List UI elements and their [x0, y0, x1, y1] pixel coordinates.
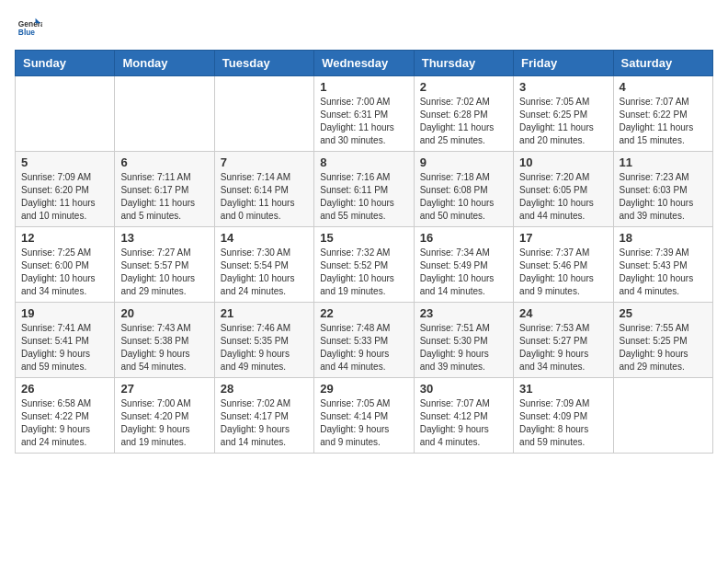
day-cell-11: 11Sunrise: 7:23 AM Sunset: 6:03 PM Dayli…	[613, 152, 712, 227]
weekday-header-sunday: Sunday	[16, 51, 115, 76]
day-cell-10: 10Sunrise: 7:20 AM Sunset: 6:05 PM Dayli…	[514, 152, 613, 227]
day-number: 15	[320, 231, 407, 245]
day-cell-18: 18Sunrise: 7:39 AM Sunset: 5:43 PM Dayli…	[613, 227, 712, 303]
day-cell-12: 12Sunrise: 7:25 AM Sunset: 6:00 PM Dayli…	[16, 227, 115, 303]
day-info: Sunrise: 7:20 AM Sunset: 6:05 PM Dayligh…	[519, 171, 607, 223]
day-cell-23: 23Sunrise: 7:51 AM Sunset: 5:30 PM Dayli…	[414, 303, 513, 378]
day-info: Sunrise: 7:27 AM Sunset: 5:57 PM Dayligh…	[120, 247, 208, 298]
weekday-header-row: SundayMondayTuesdayWednesdayThursdayFrid…	[16, 51, 713, 76]
day-cell-20: 20Sunrise: 7:43 AM Sunset: 5:38 PM Dayli…	[115, 303, 214, 378]
day-number: 19	[21, 306, 108, 320]
day-info: Sunrise: 6:58 AM Sunset: 4:22 PM Dayligh…	[21, 397, 108, 449]
day-number: 24	[519, 306, 607, 320]
week-row-5: 26Sunrise: 6:58 AM Sunset: 4:22 PM Dayli…	[16, 378, 713, 454]
day-cell-1: 1Sunrise: 7:00 AM Sunset: 6:31 PM Daylig…	[314, 76, 414, 152]
day-cell-3: 3Sunrise: 7:05 AM Sunset: 6:25 PM Daylig…	[514, 76, 613, 152]
day-cell-26: 26Sunrise: 6:58 AM Sunset: 4:22 PM Dayli…	[16, 378, 115, 454]
day-number: 23	[420, 306, 507, 320]
day-number: 18	[620, 231, 707, 245]
day-number: 10	[519, 155, 607, 169]
day-info: Sunrise: 7:48 AM Sunset: 5:33 PM Dayligh…	[320, 322, 407, 373]
day-cell-28: 28Sunrise: 7:02 AM Sunset: 4:17 PM Dayli…	[214, 378, 313, 454]
day-cell-5: 5Sunrise: 7:09 AM Sunset: 6:20 PM Daylig…	[16, 152, 115, 227]
week-row-3: 12Sunrise: 7:25 AM Sunset: 6:00 PM Dayli…	[16, 227, 713, 303]
week-row-2: 5Sunrise: 7:09 AM Sunset: 6:20 PM Daylig…	[16, 152, 713, 227]
day-cell-15: 15Sunrise: 7:32 AM Sunset: 5:52 PM Dayli…	[314, 227, 414, 303]
day-number: 12	[21, 231, 108, 245]
day-info: Sunrise: 7:46 AM Sunset: 5:35 PM Dayligh…	[221, 322, 308, 373]
day-info: Sunrise: 7:51 AM Sunset: 5:30 PM Dayligh…	[420, 322, 507, 373]
week-row-1: 1Sunrise: 7:00 AM Sunset: 6:31 PM Daylig…	[16, 76, 713, 152]
day-number: 4	[620, 80, 707, 94]
weekday-header-friday: Friday	[514, 51, 613, 76]
day-number: 26	[21, 382, 108, 396]
day-number: 13	[120, 231, 208, 245]
day-cell-19: 19Sunrise: 7:41 AM Sunset: 5:41 PM Dayli…	[16, 303, 115, 378]
day-info: Sunrise: 7:02 AM Sunset: 6:28 PM Dayligh…	[420, 96, 507, 147]
day-cell-16: 16Sunrise: 7:34 AM Sunset: 5:49 PM Dayli…	[414, 227, 513, 303]
week-row-4: 19Sunrise: 7:41 AM Sunset: 5:41 PM Dayli…	[16, 303, 713, 378]
day-number: 21	[221, 306, 308, 320]
day-info: Sunrise: 7:05 AM Sunset: 4:14 PM Dayligh…	[320, 397, 407, 449]
day-number: 9	[420, 155, 507, 169]
day-cell-17: 17Sunrise: 7:37 AM Sunset: 5:46 PM Dayli…	[514, 227, 613, 303]
day-cell-13: 13Sunrise: 7:27 AM Sunset: 5:57 PM Dayli…	[115, 227, 214, 303]
day-info: Sunrise: 7:16 AM Sunset: 6:11 PM Dayligh…	[320, 171, 407, 223]
day-info: Sunrise: 7:43 AM Sunset: 5:38 PM Dayligh…	[120, 322, 208, 373]
day-number: 31	[519, 382, 607, 396]
day-cell-25: 25Sunrise: 7:55 AM Sunset: 5:25 PM Dayli…	[613, 303, 712, 378]
weekday-header-wednesday: Wednesday	[314, 51, 414, 76]
day-info: Sunrise: 7:18 AM Sunset: 6:08 PM Dayligh…	[420, 171, 507, 223]
day-number: 28	[221, 382, 308, 396]
day-cell-4: 4Sunrise: 7:07 AM Sunset: 6:22 PM Daylig…	[613, 76, 712, 152]
day-number: 16	[420, 231, 507, 245]
day-number: 25	[620, 306, 707, 320]
day-number: 2	[420, 80, 507, 94]
day-info: Sunrise: 7:00 AM Sunset: 4:20 PM Dayligh…	[120, 397, 208, 449]
day-info: Sunrise: 7:09 AM Sunset: 4:09 PM Dayligh…	[519, 397, 607, 449]
day-cell-21: 21Sunrise: 7:46 AM Sunset: 5:35 PM Dayli…	[214, 303, 313, 378]
day-cell-27: 27Sunrise: 7:00 AM Sunset: 4:20 PM Dayli…	[115, 378, 214, 454]
day-info: Sunrise: 7:23 AM Sunset: 6:03 PM Dayligh…	[620, 171, 707, 223]
day-number: 22	[320, 306, 407, 320]
day-cell-7: 7Sunrise: 7:14 AM Sunset: 6:14 PM Daylig…	[214, 152, 313, 227]
day-number: 27	[120, 382, 208, 396]
day-info: Sunrise: 7:14 AM Sunset: 6:14 PM Dayligh…	[221, 171, 308, 223]
day-info: Sunrise: 7:32 AM Sunset: 5:52 PM Dayligh…	[320, 247, 407, 298]
day-number: 17	[519, 231, 607, 245]
day-info: Sunrise: 7:37 AM Sunset: 5:46 PM Dayligh…	[519, 247, 607, 298]
weekday-header-monday: Monday	[115, 51, 214, 76]
day-info: Sunrise: 7:07 AM Sunset: 4:12 PM Dayligh…	[420, 397, 507, 449]
day-cell-14: 14Sunrise: 7:30 AM Sunset: 5:54 PM Dayli…	[214, 227, 313, 303]
day-info: Sunrise: 7:09 AM Sunset: 6:20 PM Dayligh…	[21, 171, 108, 223]
day-number: 14	[221, 231, 308, 245]
day-number: 6	[120, 155, 208, 169]
day-number: 8	[320, 155, 407, 169]
day-number: 3	[519, 80, 607, 94]
day-info: Sunrise: 7:02 AM Sunset: 4:17 PM Dayligh…	[221, 397, 308, 449]
svg-text:Blue: Blue	[18, 28, 35, 37]
day-number: 7	[221, 155, 308, 169]
day-number: 29	[320, 382, 407, 396]
empty-cell	[16, 76, 115, 152]
day-cell-30: 30Sunrise: 7:07 AM Sunset: 4:12 PM Dayli…	[414, 378, 513, 454]
weekday-header-tuesday: Tuesday	[214, 51, 313, 76]
page-header: General Blue	[15, 15, 713, 40]
day-info: Sunrise: 7:39 AM Sunset: 5:43 PM Dayligh…	[620, 247, 707, 298]
day-cell-29: 29Sunrise: 7:05 AM Sunset: 4:14 PM Dayli…	[314, 378, 414, 454]
day-info: Sunrise: 7:11 AM Sunset: 6:17 PM Dayligh…	[120, 171, 208, 223]
day-info: Sunrise: 7:41 AM Sunset: 5:41 PM Dayligh…	[21, 322, 108, 373]
logo: General Blue	[15, 15, 42, 40]
day-info: Sunrise: 7:34 AM Sunset: 5:49 PM Dayligh…	[420, 247, 507, 298]
day-cell-31: 31Sunrise: 7:09 AM Sunset: 4:09 PM Dayli…	[514, 378, 613, 454]
day-info: Sunrise: 7:55 AM Sunset: 5:25 PM Dayligh…	[620, 322, 707, 373]
day-info: Sunrise: 7:00 AM Sunset: 6:31 PM Dayligh…	[320, 96, 407, 147]
day-number: 1	[320, 80, 407, 94]
logo-icon: General Blue	[17, 15, 42, 40]
day-cell-22: 22Sunrise: 7:48 AM Sunset: 5:33 PM Dayli…	[314, 303, 414, 378]
day-number: 20	[120, 306, 208, 320]
weekday-header-saturday: Saturday	[613, 51, 712, 76]
day-info: Sunrise: 7:25 AM Sunset: 6:00 PM Dayligh…	[21, 247, 108, 298]
empty-cell	[115, 76, 214, 152]
weekday-header-thursday: Thursday	[414, 51, 513, 76]
